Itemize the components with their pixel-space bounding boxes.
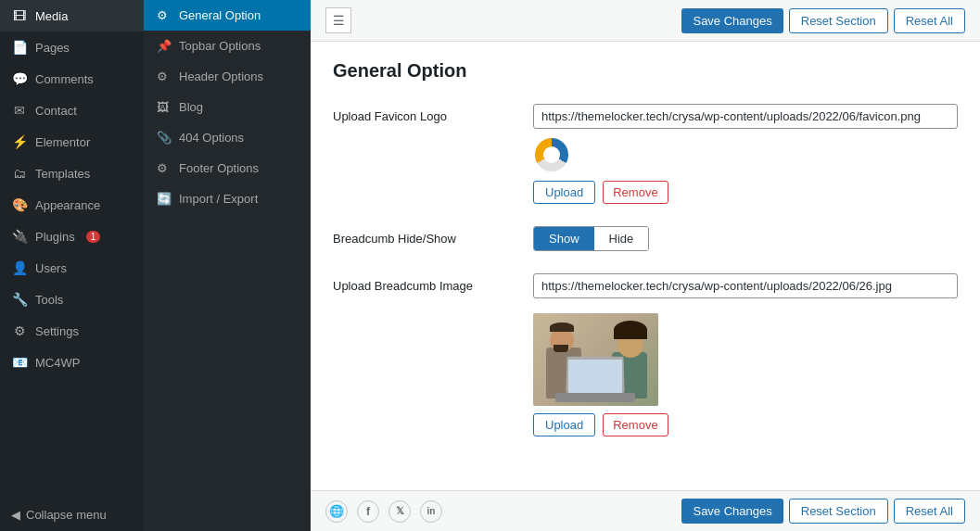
content-area: General Option Upload Favicon Logo Uploa… (311, 42, 980, 490)
twitter-social-icon[interactable]: 𝕏 (388, 500, 411, 523)
social-icons-group: 🌐 f 𝕏 in (325, 500, 442, 523)
reset-section-button-top[interactable]: Reset Section (789, 8, 888, 33)
top-bar: ☰ Save Changes Reset Section Reset All (311, 0, 980, 42)
favicon-remove-button[interactable]: Remove (603, 181, 668, 204)
sub-menu-item-footer[interactable]: ⚙ Footer Options (144, 153, 311, 183)
elementor-icon: ⚡ (11, 133, 28, 150)
favicon-preview (533, 136, 570, 173)
laptop-base (555, 393, 635, 402)
import-icon: 🔄 (157, 192, 172, 206)
breadcrumb-remove-button[interactable]: Remove (603, 413, 668, 436)
fake-people-image (533, 313, 658, 406)
breadcrumb-hide-button[interactable]: Hide (594, 227, 649, 250)
sidebar-item-mc4wp[interactable]: 📧 MC4WP (0, 347, 144, 378)
favicon-upload-button[interactable]: Upload (533, 181, 595, 204)
sub-menu: ⚙ General Option 📌 Topbar Options ⚙ Head… (144, 0, 311, 531)
collapse-arrow-icon: ◀ (11, 508, 20, 522)
menu-toggle-icon[interactable]: ☰ (325, 7, 351, 33)
users-icon: 👤 (11, 259, 28, 276)
breadcrumb-image-url-input[interactable] (533, 273, 958, 298)
reset-section-button-bottom[interactable]: Reset Section (789, 499, 888, 524)
facebook-social-icon[interactable]: f (357, 500, 379, 523)
breadcrumb-image-label: Upload Breadcumb Image (333, 273, 518, 293)
top-bar-left: ☰ (325, 7, 351, 33)
favicon-url-input[interactable] (533, 104, 958, 129)
contact-icon: ✉ (11, 102, 28, 119)
header-icon: ⚙ (157, 70, 172, 83)
bottom-bar-buttons: Save Changes Reset Section Reset All (681, 499, 965, 524)
person1-hair (550, 322, 574, 332)
sidebar-item-users[interactable]: 👤 Users (0, 252, 144, 284)
sidebar-item-pages[interactable]: 📄 Pages (0, 32, 144, 63)
sidebar-item-settings[interactable]: ⚙ Settings (0, 315, 144, 347)
breadcrumb-toggle-label: Breadcumb Hide/Show (333, 226, 518, 246)
breadcrumb-image-preview (533, 313, 658, 406)
sub-menu-item-blog[interactable]: 🖼 Blog (144, 92, 311, 122)
main-content: ☰ Save Changes Reset Section Reset All G… (311, 0, 980, 531)
laptop-display (568, 360, 622, 393)
general-option-icon: ⚙ (157, 8, 172, 22)
page-title: General Option (333, 60, 958, 82)
breadcrumb-image-inner (533, 313, 658, 406)
reset-all-button-bottom[interactable]: Reset All (894, 499, 965, 524)
sub-menu-item-topbar[interactable]: 📌 Topbar Options (144, 31, 311, 61)
favicon-field-content: Upload Remove (533, 104, 958, 204)
person2-hair (614, 321, 647, 339)
sub-menu-item-header[interactable]: ⚙ Header Options (144, 61, 311, 92)
breadcrumb-toggle-content: Show Hide (533, 226, 958, 251)
sidebar-item-tools[interactable]: 🔧 Tools (0, 284, 144, 315)
breadcrumb-image-row: Upload Breadcumb Image (333, 273, 958, 436)
sub-menu-item-import[interactable]: 🔄 Import / Export (144, 183, 311, 214)
media-icon: 🎞 (11, 7, 28, 24)
sub-menu-item-general[interactable]: ⚙ General Option (144, 0, 311, 31)
breadcrumb-show-button[interactable]: Show (534, 227, 594, 250)
tools-icon: 🔧 (11, 291, 28, 308)
sidebar-item-comments[interactable]: 💬 Comments (0, 63, 144, 95)
appearance-icon: 🎨 (11, 196, 28, 213)
sidebar-item-templates[interactable]: 🗂 Templates (0, 158, 144, 189)
mc4wp-icon: 📧 (11, 354, 28, 371)
404-icon: 📎 (157, 131, 172, 145)
favicon-field-row: Upload Favicon Logo Upload Remove (333, 104, 958, 204)
plugins-icon: 🔌 (11, 228, 28, 245)
sidebar-item-media[interactable]: 🎞 Media (0, 0, 144, 32)
favicon-upload-group: Upload Remove (533, 181, 958, 204)
bottom-bar: 🌐 f 𝕏 in Save Changes Reset Section Rese… (311, 490, 980, 531)
breadcrumb-upload-group: Upload Remove (533, 413, 958, 436)
comments-icon: 💬 (11, 70, 28, 87)
blog-icon: 🖼 (157, 100, 172, 114)
favicon-icon-preview (535, 138, 568, 171)
save-changes-button-top[interactable]: Save Changes (681, 8, 783, 33)
sidebar-item-plugins[interactable]: 🔌 Plugins 1 (0, 221, 144, 252)
person1-beard (554, 345, 568, 352)
templates-icon: 🗂 (11, 165, 28, 182)
settings-icon: ⚙ (11, 322, 28, 339)
topbar-icon: 📌 (157, 39, 172, 53)
footer-icon: ⚙ (157, 161, 172, 175)
breadcrumb-toggle-row: Breadcumb Hide/Show Show Hide (333, 226, 958, 251)
breadcrumb-upload-button[interactable]: Upload (533, 413, 595, 436)
sub-menu-item-404[interactable]: 📎 404 Options (144, 122, 311, 153)
sidebar-item-contact[interactable]: ✉ Contact (0, 95, 144, 126)
sidebar-item-elementor[interactable]: ⚡ Elementor (0, 126, 144, 158)
top-bar-buttons: Save Changes Reset Section Reset All (681, 8, 965, 33)
linkedin-social-icon[interactable]: in (420, 500, 442, 523)
reset-all-button-top[interactable]: Reset All (894, 8, 965, 33)
collapse-menu-button[interactable]: ◀ Collapse menu (0, 499, 144, 531)
save-changes-button-bottom[interactable]: Save Changes (681, 499, 783, 524)
pages-icon: 📄 (11, 39, 28, 56)
breadcrumb-toggle-group: Show Hide (533, 226, 649, 251)
breadcrumb-image-content: Upload Remove (533, 273, 958, 436)
sidebar-item-appearance[interactable]: 🎨 Appearance (0, 189, 144, 221)
favicon-label: Upload Favicon Logo (333, 104, 518, 123)
plugins-badge: 1 (86, 231, 101, 243)
wp-sidebar: 🎞 Media 📄 Pages 💬 Comments ✉ Contact ⚡ E… (0, 0, 144, 531)
globe-social-icon[interactable]: 🌐 (325, 500, 348, 523)
